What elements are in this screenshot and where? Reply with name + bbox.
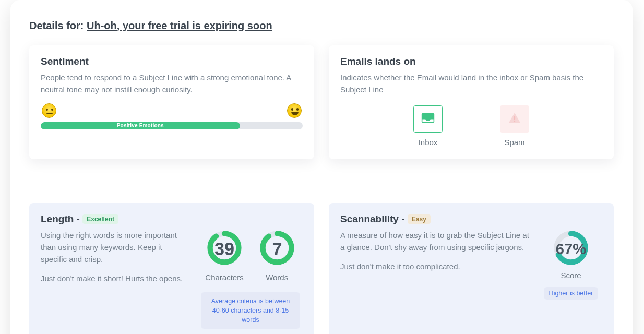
words-value: 7 xyxy=(272,238,282,258)
scannability-text: A measure of how easy it is to grab the … xyxy=(340,229,529,300)
warning-triangle-icon xyxy=(508,112,521,126)
sentiment-emoji-row xyxy=(41,103,303,118)
scannability-card: Scannability - Easy A measure of how eas… xyxy=(329,203,614,335)
words-donut-icon: 7 xyxy=(258,229,296,267)
lands-inbox: Inbox xyxy=(413,105,443,147)
svg-point-1 xyxy=(514,120,516,122)
scannability-title: Scannability - Easy xyxy=(340,213,602,225)
inbox-icon xyxy=(421,112,435,126)
characters-label: Characters xyxy=(205,273,243,282)
neutral-face-icon xyxy=(42,103,56,118)
scannability-title-prefix: Scannability - xyxy=(340,213,405,224)
sentiment-card: Sentiment People tend to respond to a Su… xyxy=(29,45,314,159)
lands-options: Inbox Spam xyxy=(340,105,602,147)
lands-title: Emails lands on xyxy=(340,56,602,67)
details-panel: Details for: Uh-oh, your free trial is e… xyxy=(10,0,633,334)
scannability-note: Higher is better xyxy=(544,287,599,300)
length-title-prefix: Length - xyxy=(41,213,80,224)
characters-value: 39 xyxy=(214,238,234,258)
words-label: Words xyxy=(258,273,296,282)
scannability-desc-2: Just don't make it too complicated. xyxy=(340,260,529,272)
sentiment-desc: People tend to respond to a Subject Line… xyxy=(41,71,303,96)
length-text: Using the right words is more important … xyxy=(41,229,189,329)
length-title: Length - Excellent xyxy=(41,213,303,225)
lands-card: Emails lands on Indicates whether the Em… xyxy=(329,45,614,159)
length-desc-2: Just don't make it short! Hurts the open… xyxy=(41,272,189,284)
length-metrics: 39 Characters 7 Words xyxy=(198,229,303,329)
page-title: Details for: Uh-oh, your free trial is e… xyxy=(29,20,614,32)
row-1: Sentiment People tend to respond to a Su… xyxy=(29,45,614,159)
subject-line-text: Uh-oh, your free trial is expiring soon xyxy=(87,20,272,31)
lands-spam-label: Spam xyxy=(500,138,529,147)
sentiment-title: Sentiment xyxy=(41,56,303,67)
spam-tile xyxy=(500,105,529,133)
lands-inbox-label: Inbox xyxy=(413,138,443,147)
sentiment-bar-label: Positive Emotions xyxy=(117,123,164,128)
scannability-metric: 67% Score Higher is better xyxy=(540,229,602,300)
inbox-tile xyxy=(413,105,443,133)
scannability-desc-1: A measure of how easy it is to grab the … xyxy=(340,229,529,254)
score-value: 67% xyxy=(556,240,586,257)
lands-spam: Spam xyxy=(500,105,529,147)
lands-desc: Indicates whether the Email would land i… xyxy=(340,71,602,96)
sentiment-bar-fill: Positive Emotions xyxy=(41,122,240,129)
length-card: Length - Excellent Using the right words… xyxy=(29,203,314,335)
length-desc-1: Using the right words is more important … xyxy=(41,229,189,266)
happy-face-icon xyxy=(287,103,302,118)
scannability-badge: Easy xyxy=(408,214,431,224)
score-label: Score xyxy=(560,271,581,280)
words-ring: 7 Words xyxy=(258,229,296,282)
characters-donut-icon: 39 xyxy=(206,229,243,267)
sentiment-bar: Positive Emotions xyxy=(41,122,303,129)
characters-ring: 39 Characters xyxy=(205,229,243,282)
page-title-prefix: Details for: xyxy=(29,20,84,31)
length-criteria-note: Average criteria is between 40-60 charac… xyxy=(201,292,300,329)
svg-rect-0 xyxy=(514,116,515,120)
score-donut-icon: 67% xyxy=(552,229,590,267)
row-2: Length - Excellent Using the right words… xyxy=(29,203,614,335)
length-badge: Excellent xyxy=(82,214,118,224)
